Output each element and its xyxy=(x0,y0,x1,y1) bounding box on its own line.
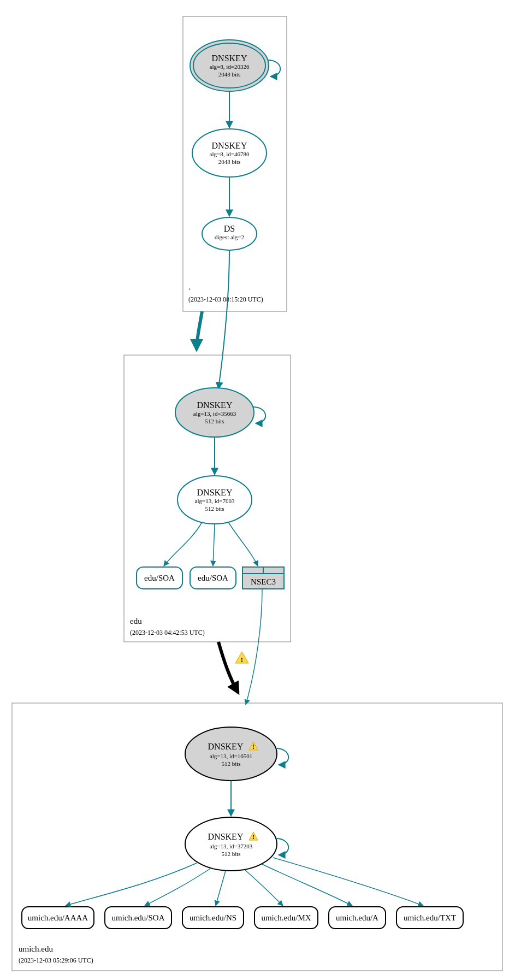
rrset-ns[interactable]: umich.edu/NS xyxy=(182,907,244,929)
zone-root-label: . xyxy=(188,282,191,291)
node-edu-zsk[interactable]: DNSKEY alg=13, id=7003 512 bits xyxy=(177,476,252,524)
svg-text:512 bits: 512 bits xyxy=(205,418,224,424)
rrset-a[interactable]: umich.edu/A xyxy=(329,907,386,929)
svg-text:DNSKEY: DNSKEY xyxy=(212,54,247,63)
svg-text:DNSKEY: DNSKEY xyxy=(197,400,233,410)
edge-zsk-ns xyxy=(216,871,226,906)
warning-icon: ! xyxy=(249,832,258,841)
svg-text:NSEC3: NSEC3 xyxy=(251,577,276,586)
edge-zsk-soa xyxy=(145,869,210,906)
rrset-mx[interactable]: umich.edu/MX xyxy=(254,907,318,929)
svg-text:DNSKEY: DNSKEY xyxy=(212,141,247,150)
node-umich-ksk[interactable]: DNSKEY ! alg=13, id=16501 512 bits xyxy=(185,727,277,781)
zone-umich-timestamp: (2023-12-03 05:29:06 UTC) xyxy=(19,957,93,964)
node-edu-soa1[interactable]: edu/SOA xyxy=(137,567,182,589)
svg-text:512 bits: 512 bits xyxy=(221,760,240,767)
zone-root: . (2023-12-03 08:15:20 UTC) DNSKEY alg=8… xyxy=(183,16,287,311)
svg-text:alg=8, id=20326: alg=8, id=20326 xyxy=(210,63,250,70)
rrset-aaaa[interactable]: umich.edu/AAAA xyxy=(22,907,94,929)
svg-text:alg=13, id=37203: alg=13, id=37203 xyxy=(210,843,253,849)
svg-text:alg=13, id=35663: alg=13, id=35663 xyxy=(193,410,236,417)
svg-text:512 bits: 512 bits xyxy=(205,505,224,512)
zone-root-timestamp: (2023-12-03 08:15:20 UTC) xyxy=(188,296,263,303)
zone-edu-label: edu xyxy=(130,617,142,625)
zone-edu: edu (2023-12-03 04:42:53 UTC) DNSKEY alg… xyxy=(124,355,291,642)
node-root-zsk[interactable]: DNSKEY alg=8, id=46780 2048 bits xyxy=(192,129,267,177)
node-edu-ksk[interactable]: DNSKEY alg=13, id=35663 512 bits xyxy=(175,388,254,437)
edge-zsk-mx xyxy=(245,870,283,906)
svg-text:512 bits: 512 bits xyxy=(221,851,240,857)
svg-text:!: ! xyxy=(241,656,243,664)
svg-text:digest alg=2: digest alg=2 xyxy=(215,234,244,240)
svg-text:edu/SOA: edu/SOA xyxy=(144,574,175,582)
svg-text:alg=13, id=16501: alg=13, id=16501 xyxy=(210,753,252,759)
svg-text:2048 bits: 2048 bits xyxy=(218,71,241,78)
rrset-txt[interactable]: umich.edu/TXT xyxy=(396,907,463,929)
svg-text:DNSKEY: DNSKEY xyxy=(208,832,244,841)
selfloop-edu-ksk xyxy=(253,407,265,423)
selfloop-umich-ksk xyxy=(276,748,288,765)
svg-text:alg=8, id=46780: alg=8, id=46780 xyxy=(210,151,250,157)
edge-ds-edu-ksk xyxy=(218,250,229,389)
selfloop-root-ksk xyxy=(268,60,280,76)
rrset-soa[interactable]: umich.edu/SOA xyxy=(105,907,171,929)
delegation-root-edu xyxy=(197,311,202,350)
edge-edu-zsk-soa2 xyxy=(213,524,215,566)
svg-text:!: ! xyxy=(252,833,254,841)
node-nsec3[interactable]: NSEC3 xyxy=(242,567,284,589)
edge-zsk-aaaa xyxy=(66,863,197,906)
svg-text:umich.edu/NS: umich.edu/NS xyxy=(190,913,236,922)
edge-zsk-txt xyxy=(273,858,423,906)
svg-text:umich.edu/SOA: umich.edu/SOA xyxy=(111,913,164,922)
edge-nsec3-umich xyxy=(246,589,262,705)
svg-text:umich.edu/TXT: umich.edu/TXT xyxy=(404,913,456,922)
svg-text:edu/SOA: edu/SOA xyxy=(198,574,228,582)
node-root-ksk[interactable]: DNSKEY alg=8, id=20326 2048 bits xyxy=(190,40,269,91)
node-edu-soa2[interactable]: edu/SOA xyxy=(190,567,236,589)
edge-zsk-a xyxy=(262,864,352,906)
svg-text:2048 bits: 2048 bits xyxy=(218,158,241,165)
svg-text:umich.edu/MX: umich.edu/MX xyxy=(261,913,311,922)
delegation-edu-umich xyxy=(218,642,238,693)
node-root-ds[interactable]: DS digest alg=2 xyxy=(202,217,257,250)
svg-text:DNSKEY: DNSKEY xyxy=(197,488,233,497)
edge-edu-zsk-nsec3 xyxy=(228,522,258,566)
selfloop-umich-zsk xyxy=(276,839,288,855)
svg-text:!: ! xyxy=(252,742,254,751)
svg-text:DS: DS xyxy=(224,224,235,233)
svg-text:DNSKEY: DNSKEY xyxy=(208,742,244,751)
svg-text:umich.edu/AAAA: umich.edu/AAAA xyxy=(28,913,88,922)
zone-umich: umich.edu (2023-12-03 05:29:06 UTC) DNSK… xyxy=(12,703,502,971)
node-umich-zsk[interactable]: DNSKEY ! alg=13, id=37203 512 bits xyxy=(185,817,277,871)
zone-umich-label: umich.edu xyxy=(19,944,53,953)
warning-icon: ! xyxy=(235,652,248,664)
svg-text:umich.edu/A: umich.edu/A xyxy=(336,913,378,922)
zone-edu-timestamp: (2023-12-03 04:42:53 UTC) xyxy=(130,629,205,636)
edge-edu-zsk-soa1 xyxy=(164,522,202,566)
svg-text:alg=13, id=7003: alg=13, id=7003 xyxy=(195,498,235,504)
